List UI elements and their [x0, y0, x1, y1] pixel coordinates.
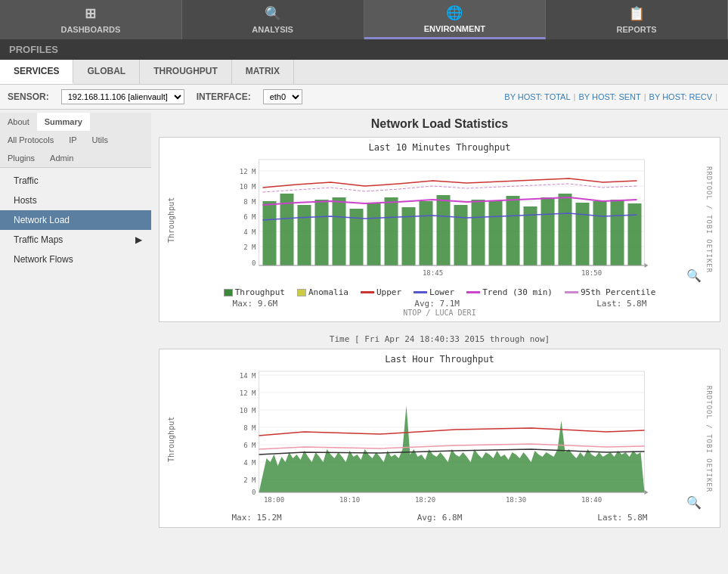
svg-rect-25 [454, 205, 468, 265]
sensor-select[interactable]: 192.168.11.106 [alienvault] [61, 89, 184, 104]
chart2-zoom[interactable]: 🔍 [686, 495, 702, 510]
chart1-avg: Avg: 7.1M [414, 299, 460, 309]
chart2-max: Max: 15.2M [231, 513, 281, 523]
left-menu: About Summary All Protocols IP Utils Plu… [0, 110, 151, 574]
chart2-area: Throughput 2 M 4 M [164, 368, 715, 511]
svg-text:2 M: 2 M [243, 244, 256, 251]
chart1-area: Throughput 2 M 4 M [164, 156, 715, 284]
chart2-avg: Avg: 6.8M [417, 513, 463, 523]
chart2-right-label: RRDTOOL / TOBI OETIKER [703, 368, 715, 511]
chart1-svg: 2 M 4 M 6 M 8 M 10 M 12 M 0 [178, 156, 703, 284]
menu-tab-utils[interactable]: Utils [85, 131, 116, 149]
nav-traffic[interactable]: Traffic [0, 171, 151, 191]
svg-text:6 M: 6 M [243, 442, 256, 449]
chart1-max: Max: 9.6M [233, 299, 278, 309]
nav-analysis-label: ANALYSIS [252, 25, 293, 34]
interface-select[interactable]: eth0 [263, 89, 302, 104]
chart1-container: Last 10 Minutes Throughput Throughput [159, 137, 720, 322]
tab-matrix[interactable]: MATRIX [232, 60, 294, 84]
menu-top-tabs: About Summary All Protocols IP Utils Plu… [0, 113, 151, 168]
chart1-zoom[interactable]: 🔍 [686, 268, 702, 283]
tab-throughput[interactable]: THROUGHPUT [140, 60, 232, 84]
chart2-stats: Max: 15.2M Avg: 6.8M Last: 5.8M [164, 513, 715, 523]
legend-throughput: Throughput [224, 287, 285, 297]
svg-text:10 M: 10 M [240, 407, 256, 414]
menu-tab-plugins[interactable]: Plugins [0, 149, 42, 167]
menu-tab-about[interactable]: About [0, 113, 37, 131]
menu-tab-allprotocols[interactable]: All Protocols [0, 131, 61, 149]
top-navigation: ⊞ DASHBOARDS 🔍 ANALYSIS 🌐 ENVIRONMENT 📋 … [0, 0, 728, 39]
svg-rect-32 [576, 203, 590, 265]
svg-rect-33 [593, 201, 607, 265]
svg-rect-30 [541, 197, 555, 265]
left-nav: Traffic Hosts Network Load Traffic Maps … [0, 171, 151, 269]
by-host-sent[interactable]: BY HOST: SENT [578, 92, 640, 101]
svg-marker-63 [645, 490, 649, 495]
nav-reports[interactable]: 📋 REPORTS [546, 0, 728, 39]
by-host-total[interactable]: BY HOST: TOTAL [504, 92, 570, 101]
by-host-recv[interactable]: BY HOST: RECV [649, 92, 713, 101]
svg-rect-17 [315, 200, 329, 265]
menu-tab-admin[interactable]: Admin [42, 149, 81, 167]
chart1-last: Last: 5.8M [596, 299, 646, 309]
chart2-last: Last: 5.8M [597, 513, 647, 523]
svg-text:6 M: 6 M [243, 213, 256, 221]
content-area: About Summary All Protocols IP Utils Plu… [0, 110, 728, 574]
svg-rect-35 [628, 203, 642, 265]
chart2-svg-element: 2 M 4 M 6 M 8 M 10 M 12 M 14 M 0 [178, 368, 703, 511]
svg-text:10 M: 10 M [240, 183, 256, 191]
chart2-title: Last Hour Throughput [164, 354, 715, 365]
nav-network-flows[interactable]: Network Flows [0, 250, 151, 269]
svg-rect-14 [263, 201, 277, 265]
chart1-stats: Max: 9.6M Avg: 7.1M Last: 5.8M [164, 299, 715, 309]
svg-rect-31 [559, 194, 572, 265]
svg-text:8 M: 8 M [243, 424, 256, 432]
svg-text:18:50: 18:50 [581, 269, 602, 277]
section-title: Network Load Statistics [159, 117, 720, 131]
svg-text:18:45: 18:45 [423, 269, 443, 277]
environment-icon: 🌐 [446, 5, 463, 21]
svg-text:18:10: 18:10 [339, 496, 360, 504]
chart2-y-label: Throughput [164, 368, 178, 511]
nav-network-load[interactable]: Network Load [0, 210, 151, 230]
svg-rect-23 [420, 201, 433, 265]
nav-environment[interactable]: 🌐 ENVIRONMENT [364, 0, 547, 39]
svg-text:12 M: 12 M [240, 168, 256, 175]
chart1-legend: Throughput Anomalia Upper Lower Trend (3… [164, 287, 715, 297]
svg-text:18:00: 18:00 [264, 496, 284, 504]
legend-anomalia: Anomalia [297, 287, 349, 297]
tab-services[interactable]: SERVICES [0, 60, 73, 84]
chart1-svg-element: 2 M 4 M 6 M 8 M 10 M 12 M 0 [178, 156, 703, 284]
legend-trend: Trend (30 min) [466, 287, 553, 297]
nav-analysis[interactable]: 🔍 ANALYSIS [182, 0, 364, 39]
menu-tab-ip[interactable]: IP [61, 131, 84, 149]
svg-text:18:40: 18:40 [581, 496, 602, 504]
legend-upper: Upper [361, 287, 401, 297]
svg-rect-21 [385, 197, 398, 265]
svg-text:8 M: 8 M [243, 198, 256, 206]
svg-text:12 M: 12 M [240, 389, 256, 397]
nav-traffic-maps[interactable]: Traffic Maps ▶ [0, 230, 151, 250]
svg-text:14 M: 14 M [240, 372, 256, 380]
svg-text:18:20: 18:20 [415, 496, 435, 504]
tab-global[interactable]: GLOBAL [73, 60, 140, 84]
nav-environment-label: ENVIRONMENT [424, 24, 485, 33]
by-host-links: BY HOST: TOTAL | BY HOST: SENT | BY HOST… [504, 92, 720, 101]
nav-dashboards[interactable]: ⊞ DASHBOARDS [0, 0, 182, 39]
chart2-container: Last Hour Throughput Throughput [159, 349, 720, 528]
sub-tabs: SERVICES GLOBAL THROUGHPUT MATRIX [0, 60, 728, 85]
svg-text:2 M: 2 M [243, 476, 256, 484]
svg-rect-16 [298, 205, 311, 265]
main-content: Network Load Statistics Last 10 Minutes … [151, 110, 728, 574]
svg-text:0: 0 [252, 489, 256, 496]
menu-tab-summary[interactable]: Summary [37, 113, 90, 131]
svg-text:18:30: 18:30 [506, 496, 526, 504]
nav-hosts[interactable]: Hosts [0, 191, 151, 210]
svg-marker-39 [645, 263, 649, 268]
svg-text:4 M: 4 M [243, 228, 256, 236]
sensor-bar: SENSOR: 192.168.11.106 [alienvault] INTE… [0, 85, 728, 110]
interface-label: INTERFACE: [197, 92, 251, 102]
chart1-credit: NTOP / LUCA DERI [164, 309, 715, 317]
chart1-title: Last 10 Minutes Throughput [164, 142, 715, 153]
dashboards-icon: ⊞ [85, 5, 96, 22]
